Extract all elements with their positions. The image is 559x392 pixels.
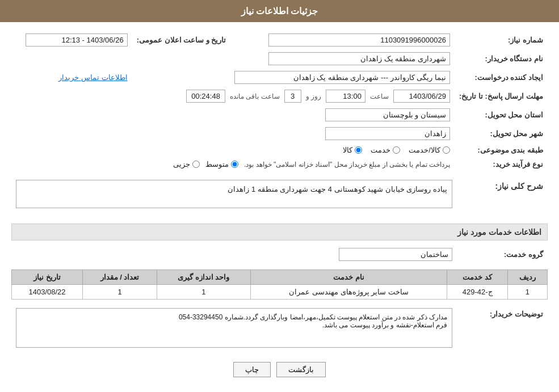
category-label: طبقه بندی موضوعی: [455, 143, 548, 157]
city-row: شهر محل تحویل: زاهدان [11, 124, 548, 143]
service-group-table: گروه خدمت: ساختمان [11, 245, 548, 264]
table-row: 1 ج-42-429 ساخت سایر پروژه‌های مهندسی عم… [12, 285, 548, 300]
category-kala-label: کالا [343, 146, 352, 154]
city-value: زاهدان [11, 124, 455, 143]
creator-input: نیما ریگی کارواندر --- شهرداری منطقه یک … [234, 71, 450, 84]
services-section-header: اطلاعات خدمات مورد نیاز [11, 224, 548, 241]
purchase-type-value: پرداخت تمام یا بخشی از مبلغ خریداز محل "… [11, 157, 455, 171]
category-kala-option[interactable]: کالا [343, 146, 362, 154]
response-date: 1403/06/29 [393, 90, 450, 103]
announce-date-label: تاریخ و ساعت اعلان عمومی: [132, 31, 231, 49]
info-table: شماره نیاز: 1103091996000026 تاریخ و ساع… [11, 31, 548, 171]
city-label: شهر محل تحویل: [455, 124, 548, 143]
buyer-notes-value-cell: مدارک ذکر شده در متن استعلام پیوست تکمیل… [11, 305, 457, 353]
response-time-label: ساعت [370, 92, 389, 100]
cell-unit: 1 [157, 285, 250, 300]
category-khedmat-label: خدمت [371, 146, 390, 154]
col-code: کد خدمت [447, 270, 507, 285]
service-group-label: گروه خدمت: [457, 245, 548, 264]
bottom-buttons: بازگشت چاپ [11, 362, 548, 377]
purchase-jozei-radio[interactable] [192, 161, 200, 168]
col-radif: ردیف [507, 270, 547, 285]
category-value: کالا/خدمت خدمت کالا [11, 143, 455, 157]
category-khedmat-radio[interactable] [393, 146, 400, 154]
description-input: پیاده روسازی خیابان شهید کوهستانی 4 جهت … [16, 180, 452, 208]
buyer-notes-label: توضیحات خریدار: [457, 305, 548, 353]
creator-value: نیما ریگی کارواندر --- شهرداری منطقه یک … [132, 68, 455, 87]
cell-name: ساخت سایر پروژه‌های مهندسی عمران [250, 285, 447, 300]
province-value: سیستان و بلوچستان [11, 106, 455, 124]
buyer-notes-input: مدارک ذکر شده در متن استعلام پیوست تکمیل… [16, 308, 452, 348]
page-wrapper: جزئیات اطلاعات نیاز شماره نیاز: 11030919… [0, 0, 559, 392]
cell-count: 1 [83, 285, 157, 300]
category-row: طبقه بندی موضوعی: کالا/خدمت خدمت [11, 143, 548, 157]
purchase-motavaset-option[interactable]: متوسط [205, 160, 238, 168]
purchase-jozei-option[interactable]: جزیی [173, 160, 200, 168]
description-label: شرح کلی نیاز: [457, 177, 548, 217]
creator-row: ایجاد کننده درخواست: نیما ریگی کارواندر … [11, 68, 548, 87]
page-title: جزئیات اطلاعات نیاز [241, 6, 318, 16]
response-deadline-row: مهلت ارسال پاسخ: تا تاریخ: 1403/06/29 سا… [11, 87, 548, 106]
contact-link[interactable]: اطلاعات تماس خریدار [58, 73, 127, 82]
cell-radif: 1 [507, 285, 547, 300]
announce-date-value: 1403/06/26 - 12:13 [11, 31, 132, 49]
buyer-notes-table: توضیحات خریدار: مدارک ذکر شده در متن است… [11, 305, 548, 353]
province-label: استان محل تحویل: [455, 106, 548, 124]
need-number-input: 1103091996000026 [268, 33, 450, 47]
back-button[interactable]: بازگشت [276, 362, 326, 377]
need-number-label: شماره نیاز: [455, 31, 548, 49]
category-khedmat-option[interactable]: خدمت [371, 146, 400, 154]
province-row: استان محل تحویل: سیستان و بلوچستان [11, 106, 548, 124]
table-header-row: ردیف کد خدمت نام خدمت واحد اندازه گیری ت… [12, 270, 548, 285]
need-number-row: شماره نیاز: 1103091996000026 تاریخ و ساع… [11, 31, 548, 49]
need-number-value: 1103091996000026 [247, 31, 454, 49]
category-kala-khedmat-option[interactable]: کالا/خدمت [409, 146, 450, 154]
buyer-notes-text: مدارک ذکر شده در متن استعلام پیوست تکمیل… [179, 313, 447, 329]
purchase-motavaset-radio[interactable] [231, 161, 238, 168]
buyer-org-label: نام دستگاه خریدار: [455, 49, 548, 68]
buyer-org-value: شهرداری منطقه یک زاهدان [11, 49, 455, 68]
announce-date-input: 1403/06/26 - 12:13 [26, 33, 128, 47]
col-unit: واحد اندازه گیری [157, 270, 250, 285]
col-date: تاریخ نیاز [12, 270, 83, 285]
description-table: شرح کلی نیاز: پیاده روسازی خیابان شهید ک… [11, 177, 548, 217]
province-input: سیستان و بلوچستان [325, 108, 450, 121]
category-kala-radio[interactable] [355, 146, 362, 154]
page-header: جزئیات اطلاعات نیاز [0, 0, 559, 22]
category-kala-khedmat-label: کالا/خدمت [409, 146, 440, 154]
purchase-type-label: نوع فرآیند خرید: [455, 157, 548, 171]
service-group-value-cell: ساختمان [11, 245, 457, 264]
creator-label: ایجاد کننده درخواست: [455, 68, 548, 87]
city-input: زاهدان [325, 127, 450, 140]
response-days-label: روز و [306, 92, 321, 100]
cell-code: ج-42-429 [447, 285, 507, 300]
purchase-motavaset-label: متوسط [205, 160, 229, 168]
response-deadline-label: مهلت ارسال پاسخ: تا تاریخ: [455, 87, 548, 106]
remaining-time: 00:24:48 [186, 90, 225, 103]
cell-date: 1403/08/22 [12, 285, 83, 300]
response-days: 3 [284, 90, 301, 103]
category-kala-khedmat-radio[interactable] [443, 146, 450, 154]
purchase-jozei-label: جزیی [173, 160, 190, 168]
response-time: 13:00 [326, 90, 365, 103]
contact-link-cell: اطلاعات تماس خریدار [11, 68, 132, 87]
description-row: شرح کلی نیاز: پیاده روسازی خیابان شهید ک… [11, 177, 548, 217]
services-data-table: ردیف کد خدمت نام خدمت واحد اندازه گیری ت… [11, 269, 548, 300]
main-content: شماره نیاز: 1103091996000026 تاریخ و ساع… [0, 22, 559, 386]
col-name: نام خدمت [250, 270, 447, 285]
purchase-note: پرداخت تمام یا بخشی از مبلغ خریداز محل "… [244, 161, 450, 168]
col-count: تعداد / مقدار [83, 270, 157, 285]
response-deadline-value: 1403/06/29 ساعت 13:00 روز و 3 ساعت باقی … [11, 87, 455, 106]
buyer-notes-row: توضیحات خریدار: مدارک ذکر شده در متن است… [11, 305, 548, 353]
purchase-type-row: نوع فرآیند خرید: پرداخت تمام یا بخشی از … [11, 157, 548, 171]
description-value-cell: پیاده روسازی خیابان شهید کوهستانی 4 جهت … [11, 177, 457, 217]
print-button[interactable]: چاپ [233, 362, 271, 377]
service-group-input: ساختمان [339, 248, 452, 261]
remaining-label: ساعت باقی مانده [230, 92, 280, 100]
buyer-org-row: نام دستگاه خریدار: شهرداری منطقه یک زاهد… [11, 49, 548, 68]
service-group-row: گروه خدمت: ساختمان [11, 245, 548, 264]
buyer-org-input: شهرداری منطقه یک زاهدان [268, 52, 450, 65]
